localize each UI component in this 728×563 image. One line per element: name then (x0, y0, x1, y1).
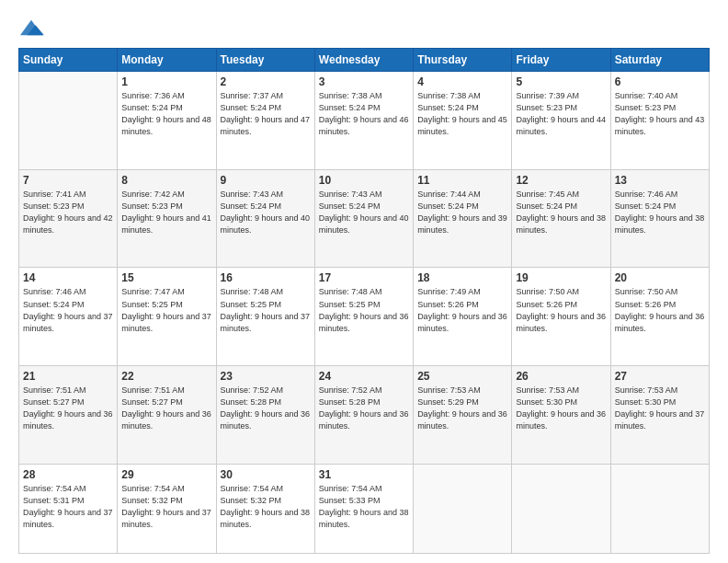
day-number: 22 (121, 370, 211, 383)
day-info: Sunrise: 7:38 AMSunset: 5:24 PMDaylight:… (319, 90, 409, 138)
calendar-day-cell: 23Sunrise: 7:52 AMSunset: 5:28 PMDayligh… (216, 366, 314, 465)
day-number: 26 (516, 370, 606, 383)
day-number: 15 (121, 271, 211, 284)
day-number: 14 (23, 271, 113, 284)
day-number: 24 (319, 370, 409, 383)
day-info: Sunrise: 7:53 AMSunset: 5:29 PMDaylight:… (417, 385, 507, 432)
calendar-week-row: 14Sunrise: 7:46 AMSunset: 5:24 PMDayligh… (19, 268, 710, 366)
calendar-week-row: 28Sunrise: 7:54 AMSunset: 5:31 PMDayligh… (19, 464, 710, 553)
calendar-day-cell: 21Sunrise: 7:51 AMSunset: 5:27 PMDayligh… (19, 366, 118, 465)
day-info: Sunrise: 7:43 AMSunset: 5:24 PMDaylight:… (319, 189, 409, 236)
day-number: 12 (516, 174, 606, 187)
day-number: 31 (319, 468, 409, 481)
calendar-day-cell (610, 464, 709, 553)
calendar-day-cell: 2Sunrise: 7:37 AMSunset: 5:24 PMDaylight… (216, 72, 314, 170)
calendar-day-cell: 31Sunrise: 7:54 AMSunset: 5:33 PMDayligh… (314, 464, 413, 553)
calendar-day-cell: 30Sunrise: 7:54 AMSunset: 5:32 PMDayligh… (216, 464, 314, 553)
calendar-day-cell: 6Sunrise: 7:40 AMSunset: 5:23 PMDaylight… (610, 72, 709, 170)
day-info: Sunrise: 7:53 AMSunset: 5:30 PMDaylight:… (615, 385, 705, 432)
calendar-day-cell: 18Sunrise: 7:49 AMSunset: 5:26 PMDayligh… (414, 268, 512, 366)
calendar-day-cell: 11Sunrise: 7:44 AMSunset: 5:24 PMDayligh… (414, 169, 512, 268)
calendar-day-cell: 13Sunrise: 7:46 AMSunset: 5:24 PMDayligh… (610, 169, 709, 268)
day-info: Sunrise: 7:50 AMSunset: 5:26 PMDaylight:… (516, 286, 606, 334)
calendar-day-cell: 16Sunrise: 7:48 AMSunset: 5:25 PMDayligh… (216, 268, 314, 366)
calendar-header-day: Tuesday (216, 49, 314, 72)
calendar-day-cell: 22Sunrise: 7:51 AMSunset: 5:27 PMDayligh… (118, 366, 216, 465)
day-info: Sunrise: 7:49 AMSunset: 5:26 PMDaylight:… (417, 286, 507, 334)
day-info: Sunrise: 7:42 AMSunset: 5:23 PMDaylight:… (121, 189, 211, 236)
day-info: Sunrise: 7:54 AMSunset: 5:33 PMDaylight:… (319, 483, 409, 531)
calendar-day-cell: 25Sunrise: 7:53 AMSunset: 5:29 PMDayligh… (414, 366, 512, 465)
calendar-day-cell: 4Sunrise: 7:38 AMSunset: 5:24 PMDaylight… (414, 72, 512, 170)
calendar-week-row: 21Sunrise: 7:51 AMSunset: 5:27 PMDayligh… (19, 366, 710, 465)
day-info: Sunrise: 7:43 AMSunset: 5:24 PMDaylight:… (221, 189, 311, 236)
day-number: 18 (417, 271, 507, 284)
logo (18, 17, 48, 39)
day-number: 27 (615, 370, 705, 383)
day-number: 8 (121, 174, 211, 187)
calendar-day-cell: 7Sunrise: 7:41 AMSunset: 5:23 PMDaylight… (19, 169, 118, 268)
day-info: Sunrise: 7:38 AMSunset: 5:24 PMDaylight:… (417, 90, 507, 138)
day-number: 25 (417, 370, 507, 383)
page: SundayMondayTuesdayWednesdayThursdayFrid… (0, 0, 728, 563)
calendar-day-cell: 9Sunrise: 7:43 AMSunset: 5:24 PMDaylight… (216, 169, 314, 268)
calendar-day-cell: 10Sunrise: 7:43 AMSunset: 5:24 PMDayligh… (314, 169, 413, 268)
day-info: Sunrise: 7:36 AMSunset: 5:24 PMDaylight:… (121, 90, 211, 138)
calendar-table: SundayMondayTuesdayWednesdayThursdayFrid… (18, 48, 710, 554)
calendar-day-cell: 20Sunrise: 7:50 AMSunset: 5:26 PMDayligh… (610, 268, 709, 366)
calendar-day-cell: 15Sunrise: 7:47 AMSunset: 5:25 PMDayligh… (118, 268, 216, 366)
day-info: Sunrise: 7:50 AMSunset: 5:26 PMDaylight:… (615, 286, 705, 334)
calendar-day-cell: 26Sunrise: 7:53 AMSunset: 5:30 PMDayligh… (512, 366, 610, 465)
day-number: 7 (23, 174, 113, 187)
day-info: Sunrise: 7:54 AMSunset: 5:31 PMDaylight:… (23, 483, 113, 531)
day-number: 4 (417, 75, 507, 88)
day-number: 16 (221, 271, 311, 284)
day-number: 21 (23, 370, 113, 383)
calendar-day-cell: 1Sunrise: 7:36 AMSunset: 5:24 PMDaylight… (118, 72, 216, 170)
day-info: Sunrise: 7:44 AMSunset: 5:24 PMDaylight:… (417, 189, 507, 236)
day-number: 19 (516, 271, 606, 284)
calendar-header-day: Sunday (19, 49, 118, 72)
calendar-day-cell (19, 72, 118, 170)
day-number: 3 (319, 75, 409, 88)
day-info: Sunrise: 7:40 AMSunset: 5:23 PMDaylight:… (615, 90, 705, 138)
calendar-header-day: Friday (512, 49, 610, 72)
day-info: Sunrise: 7:52 AMSunset: 5:28 PMDaylight:… (221, 385, 311, 432)
header (18, 17, 710, 39)
day-number: 6 (615, 75, 705, 88)
day-number: 20 (615, 271, 705, 284)
day-info: Sunrise: 7:54 AMSunset: 5:32 PMDaylight:… (221, 483, 311, 531)
calendar-header-day: Thursday (414, 49, 512, 72)
calendar-header-day: Saturday (610, 49, 709, 72)
calendar-header-day: Monday (118, 49, 216, 72)
day-number: 28 (23, 468, 113, 481)
calendar-day-cell: 29Sunrise: 7:54 AMSunset: 5:32 PMDayligh… (118, 464, 216, 553)
day-info: Sunrise: 7:52 AMSunset: 5:28 PMDaylight:… (319, 385, 409, 432)
logo-icon (18, 17, 44, 39)
calendar-week-row: 1Sunrise: 7:36 AMSunset: 5:24 PMDaylight… (19, 72, 710, 170)
day-info: Sunrise: 7:46 AMSunset: 5:24 PMDaylight:… (615, 189, 705, 236)
day-info: Sunrise: 7:46 AMSunset: 5:24 PMDaylight:… (23, 286, 113, 334)
day-number: 13 (615, 174, 705, 187)
day-number: 10 (319, 174, 409, 187)
calendar-day-cell (512, 464, 610, 553)
day-number: 17 (319, 271, 409, 284)
calendar-day-cell: 3Sunrise: 7:38 AMSunset: 5:24 PMDaylight… (314, 72, 413, 170)
day-info: Sunrise: 7:47 AMSunset: 5:25 PMDaylight:… (121, 286, 211, 334)
day-number: 30 (221, 468, 311, 481)
day-number: 2 (221, 75, 311, 88)
calendar-week-row: 7Sunrise: 7:41 AMSunset: 5:23 PMDaylight… (19, 169, 710, 268)
day-number: 11 (417, 174, 507, 187)
calendar-day-cell: 12Sunrise: 7:45 AMSunset: 5:24 PMDayligh… (512, 169, 610, 268)
day-info: Sunrise: 7:37 AMSunset: 5:24 PMDaylight:… (221, 90, 311, 138)
day-info: Sunrise: 7:48 AMSunset: 5:25 PMDaylight:… (221, 286, 311, 334)
day-info: Sunrise: 7:39 AMSunset: 5:23 PMDaylight:… (516, 90, 606, 138)
calendar-day-cell: 5Sunrise: 7:39 AMSunset: 5:23 PMDaylight… (512, 72, 610, 170)
day-info: Sunrise: 7:41 AMSunset: 5:23 PMDaylight:… (23, 189, 113, 236)
calendar-day-cell (414, 464, 512, 553)
calendar-day-cell: 28Sunrise: 7:54 AMSunset: 5:31 PMDayligh… (19, 464, 118, 553)
day-info: Sunrise: 7:54 AMSunset: 5:32 PMDaylight:… (121, 483, 211, 531)
calendar-day-cell: 17Sunrise: 7:48 AMSunset: 5:25 PMDayligh… (314, 268, 413, 366)
calendar-day-cell: 14Sunrise: 7:46 AMSunset: 5:24 PMDayligh… (19, 268, 118, 366)
calendar-header-day: Wednesday (314, 49, 413, 72)
